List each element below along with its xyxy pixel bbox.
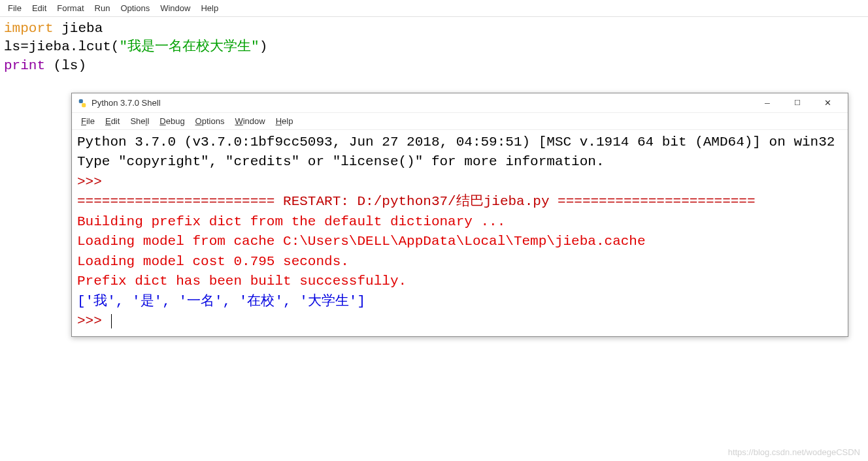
code-text: ) xyxy=(259,39,268,54)
shell-menu-file[interactable]: File xyxy=(77,115,99,127)
code-text: (ls) xyxy=(45,58,86,73)
menu-file[interactable]: File xyxy=(4,2,25,14)
shell-menu-help[interactable]: Help xyxy=(272,115,297,127)
menu-format[interactable]: Format xyxy=(53,2,88,14)
shell-menu-window[interactable]: Window xyxy=(231,115,269,127)
menu-edit[interactable]: Edit xyxy=(28,2,50,14)
close-button[interactable]: ✕ xyxy=(812,93,843,113)
shell-menu-edit[interactable]: Edit xyxy=(101,115,124,127)
menu-window[interactable]: Window xyxy=(156,2,194,14)
shell-menu-debug[interactable]: Debug xyxy=(156,115,188,127)
shell-output[interactable]: Python 3.7.0 (v3.7.0:1bf9cc5093, Jun 27 … xyxy=(72,130,848,336)
menu-options[interactable]: Options xyxy=(116,2,154,14)
window-controls: ─ ☐ ✕ xyxy=(752,93,843,113)
svg-rect-0 xyxy=(79,99,83,103)
code-text: jieba xyxy=(54,21,103,36)
code-text: ls=jieba.lcut( xyxy=(4,39,119,54)
stderr-output: Building prefix dict from the default di… xyxy=(77,214,646,289)
menu-run[interactable]: Run xyxy=(91,2,114,14)
shell-banner: Python 3.7.0 (v3.7.0:1bf9cc5093, Jun 27 … xyxy=(77,135,835,169)
restart-line: ======================== RESTART: D:/pyt… xyxy=(77,194,756,209)
python-icon xyxy=(77,98,88,108)
keyword-import: import xyxy=(4,21,54,36)
shell-prompt: >>> xyxy=(77,174,110,189)
watermark: https://blog.csdn.net/wodegeCSDN xyxy=(728,447,860,457)
menu-help[interactable]: Help xyxy=(197,2,222,14)
window-title: Python 3.7.0 Shell xyxy=(92,98,752,108)
shell-menu-options[interactable]: Options xyxy=(192,115,229,127)
cursor-caret xyxy=(111,314,112,328)
minimize-button[interactable]: ─ xyxy=(752,93,782,113)
string-literal: "我是一名在校大学生" xyxy=(119,39,259,54)
shell-prompt: >>> xyxy=(77,313,110,328)
svg-rect-1 xyxy=(82,103,86,107)
keyword-print: print xyxy=(4,58,45,73)
shell-window: Python 3.7.0 Shell ─ ☐ ✕ File Edit Shell… xyxy=(71,93,848,337)
maximize-button[interactable]: ☐ xyxy=(782,93,812,113)
code-editor[interactable]: import jieba ls=jieba.lcut("我是一名在校大学生") … xyxy=(0,17,868,78)
shell-menubar: File Edit Shell Debug Options Window Hel… xyxy=(72,113,848,130)
shell-menu-shell[interactable]: Shell xyxy=(126,115,153,127)
stdout-output: ['我', '是', '一名', '在校', '大学生'] xyxy=(77,294,365,309)
editor-menubar: File Edit Format Run Options Window Help xyxy=(0,0,868,17)
titlebar[interactable]: Python 3.7.0 Shell ─ ☐ ✕ xyxy=(72,93,848,113)
